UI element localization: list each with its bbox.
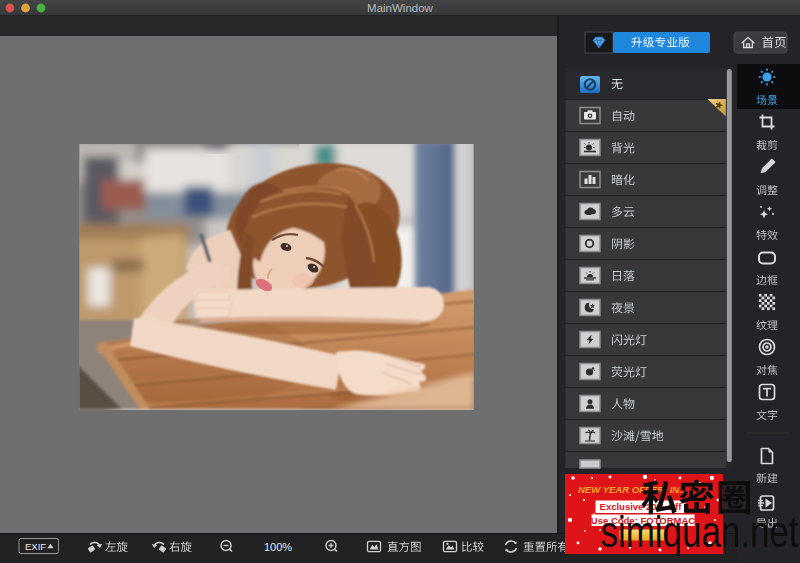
svg-text:100%: 100% [264, 541, 292, 553]
svg-text:simiquan.net: simiquan.net [601, 507, 799, 556]
svg-text:EXIF: EXIF [25, 541, 46, 552]
svg-text:MainWindow: MainWindow [367, 2, 434, 14]
svg-text:NEW YEAR OFFER! IN..: NEW YEAR OFFER! IN.. [578, 484, 684, 495]
